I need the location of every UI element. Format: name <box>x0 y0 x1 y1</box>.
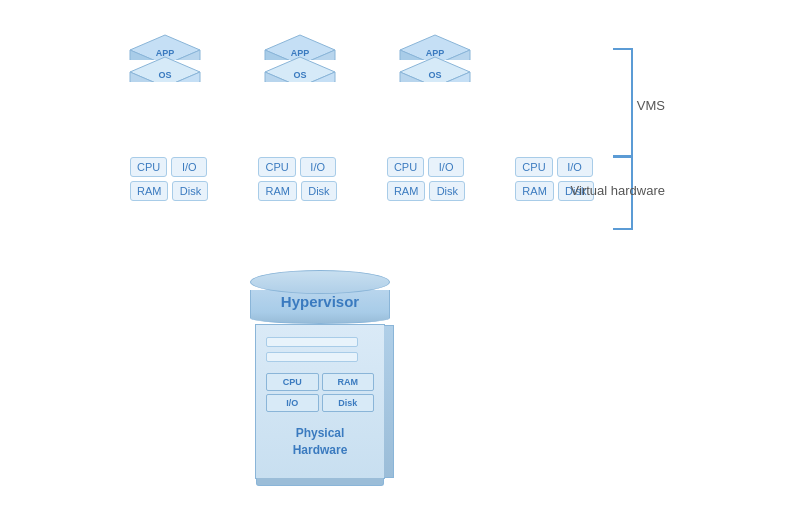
vh-disk-1: Disk <box>172 181 208 201</box>
svg-text:OS: OS <box>428 70 441 80</box>
vh-row2-3: RAM Disk <box>387 181 465 201</box>
vh-row1-3: CPU I/O <box>387 157 465 177</box>
vms-section: APP OS APP OS <box>120 30 480 82</box>
vh-io-2: I/O <box>300 157 336 177</box>
vh-io-3: I/O <box>428 157 464 177</box>
vh-row2-1: RAM Disk <box>130 181 208 201</box>
vm-os-block-2: OS <box>255 52 345 82</box>
diagram-container: APP OS APP OS <box>0 0 801 527</box>
vh-cpu-2: CPU <box>258 157 295 177</box>
vh-group-2: CPU I/O RAM Disk <box>258 157 336 201</box>
server-chip-ram: RAM <box>322 373 375 391</box>
vh-row1-2: CPU I/O <box>258 157 336 177</box>
virtual-hardware-row: CPU I/O RAM Disk CPU I/O RAM Disk CPU I/… <box>130 157 594 201</box>
vm-os-block-1: OS <box>120 52 210 82</box>
server-bottom <box>256 478 384 486</box>
physical-hardware-label: PhysicalHardware <box>266 425 374 459</box>
cylinder-bottom <box>250 312 390 324</box>
vh-ram-1: RAM <box>130 181 168 201</box>
vh-cpu-4: CPU <box>515 157 552 177</box>
hypervisor-section: Hypervisor CPU RAM I/O Disk PhysicalHard… <box>250 270 390 479</box>
vh-row2-2: RAM Disk <box>258 181 336 201</box>
vh-ram-2: RAM <box>258 181 296 201</box>
vms-bracket <box>613 48 633 158</box>
server-chips-grid: CPU RAM I/O Disk <box>266 373 374 412</box>
svg-text:OS: OS <box>158 70 171 80</box>
svg-text:OS: OS <box>293 70 306 80</box>
vh-group-1: CPU I/O RAM Disk <box>130 157 208 201</box>
hypervisor-label: Hypervisor <box>281 293 359 310</box>
vms-label: VMS <box>637 98 665 113</box>
server-chip-disk: Disk <box>322 394 375 412</box>
vm-stack-1: APP OS <box>120 30 210 82</box>
vh-disk-3: Disk <box>429 181 465 201</box>
cylinder-ellipse-top <box>250 270 390 294</box>
vh-cpu-3: CPU <box>387 157 424 177</box>
server-slot-2 <box>266 352 358 362</box>
vm-os-block-3: OS <box>390 52 480 82</box>
vh-row1-1: CPU I/O <box>130 157 208 177</box>
server-slot-1 <box>266 337 358 347</box>
server-box: CPU RAM I/O Disk PhysicalHardware <box>255 324 385 479</box>
vh-group-3: CPU I/O RAM Disk <box>387 157 465 201</box>
vh-io-4: I/O <box>557 157 593 177</box>
vh-ram-4: RAM <box>515 181 553 201</box>
vh-cpu-1: CPU <box>130 157 167 177</box>
vm-stack-3: APP OS <box>390 30 480 82</box>
vh-label: Virtual hardware <box>571 183 665 198</box>
server-chip-cpu: CPU <box>266 373 319 391</box>
vh-ram-3: RAM <box>387 181 425 201</box>
vh-row1-4: CPU I/O <box>515 157 593 177</box>
server-side-panel <box>384 325 394 478</box>
vm-stack-2: APP OS <box>255 30 345 82</box>
vh-io-1: I/O <box>171 157 207 177</box>
server-chip-io: I/O <box>266 394 319 412</box>
vh-disk-2: Disk <box>301 181 337 201</box>
